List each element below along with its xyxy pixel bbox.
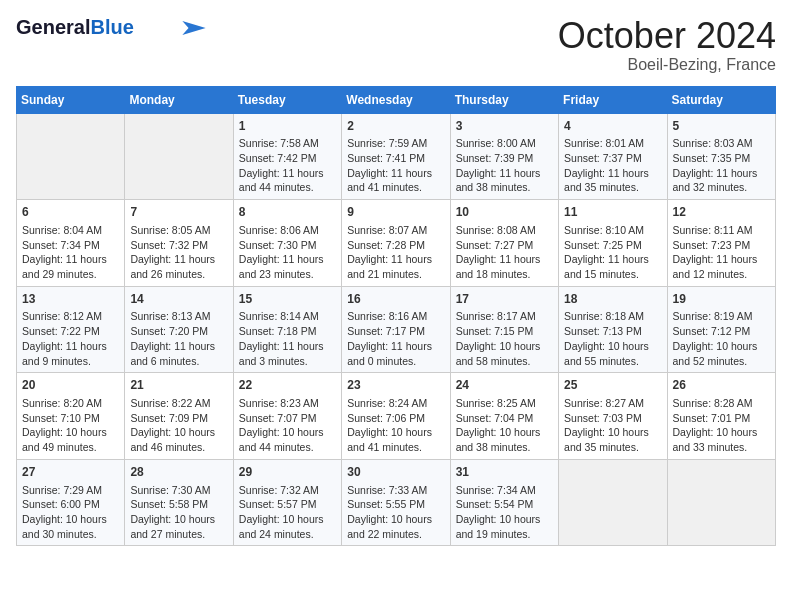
day-info: Sunrise: 8:23 AM Sunset: 7:07 PM Dayligh… bbox=[239, 396, 336, 455]
calendar-cell: 6Sunrise: 8:04 AM Sunset: 7:34 PM Daylig… bbox=[17, 200, 125, 287]
calendar-cell: 23Sunrise: 8:24 AM Sunset: 7:06 PM Dayli… bbox=[342, 373, 450, 460]
calendar-cell: 14Sunrise: 8:13 AM Sunset: 7:20 PM Dayli… bbox=[125, 286, 233, 373]
day-info: Sunrise: 8:11 AM Sunset: 7:23 PM Dayligh… bbox=[673, 223, 770, 282]
day-info: Sunrise: 7:58 AM Sunset: 7:42 PM Dayligh… bbox=[239, 136, 336, 195]
calendar-cell: 15Sunrise: 8:14 AM Sunset: 7:18 PM Dayli… bbox=[233, 286, 341, 373]
col-header-monday: Monday bbox=[125, 86, 233, 113]
page-header: GeneralBlue October 2024 Boeil-Bezing, F… bbox=[16, 16, 776, 74]
col-header-wednesday: Wednesday bbox=[342, 86, 450, 113]
day-info: Sunrise: 8:18 AM Sunset: 7:13 PM Dayligh… bbox=[564, 309, 661, 368]
calendar-week-1: 1Sunrise: 7:58 AM Sunset: 7:42 PM Daylig… bbox=[17, 113, 776, 200]
calendar-week-5: 27Sunrise: 7:29 AM Sunset: 6:00 PM Dayli… bbox=[17, 459, 776, 546]
day-info: Sunrise: 7:29 AM Sunset: 6:00 PM Dayligh… bbox=[22, 483, 119, 542]
day-number: 18 bbox=[564, 291, 661, 308]
calendar-week-4: 20Sunrise: 8:20 AM Sunset: 7:10 PM Dayli… bbox=[17, 373, 776, 460]
day-number: 30 bbox=[347, 464, 444, 481]
calendar-cell: 20Sunrise: 8:20 AM Sunset: 7:10 PM Dayli… bbox=[17, 373, 125, 460]
calendar-cell: 5Sunrise: 8:03 AM Sunset: 7:35 PM Daylig… bbox=[667, 113, 775, 200]
calendar-cell: 17Sunrise: 8:17 AM Sunset: 7:15 PM Dayli… bbox=[450, 286, 558, 373]
day-info: Sunrise: 8:22 AM Sunset: 7:09 PM Dayligh… bbox=[130, 396, 227, 455]
calendar-cell: 26Sunrise: 8:28 AM Sunset: 7:01 PM Dayli… bbox=[667, 373, 775, 460]
day-number: 23 bbox=[347, 377, 444, 394]
day-info: Sunrise: 8:12 AM Sunset: 7:22 PM Dayligh… bbox=[22, 309, 119, 368]
day-number: 16 bbox=[347, 291, 444, 308]
day-info: Sunrise: 8:08 AM Sunset: 7:27 PM Dayligh… bbox=[456, 223, 553, 282]
month-title: October 2024 bbox=[558, 16, 776, 56]
calendar-cell: 3Sunrise: 8:00 AM Sunset: 7:39 PM Daylig… bbox=[450, 113, 558, 200]
calendar-cell: 19Sunrise: 8:19 AM Sunset: 7:12 PM Dayli… bbox=[667, 286, 775, 373]
col-header-thursday: Thursday bbox=[450, 86, 558, 113]
day-info: Sunrise: 7:33 AM Sunset: 5:55 PM Dayligh… bbox=[347, 483, 444, 542]
calendar-header: SundayMondayTuesdayWednesdayThursdayFrid… bbox=[17, 86, 776, 113]
location: Boeil-Bezing, France bbox=[558, 56, 776, 74]
day-number: 25 bbox=[564, 377, 661, 394]
day-number: 14 bbox=[130, 291, 227, 308]
col-header-friday: Friday bbox=[559, 86, 667, 113]
day-info: Sunrise: 8:04 AM Sunset: 7:34 PM Dayligh… bbox=[22, 223, 119, 282]
day-info: Sunrise: 8:14 AM Sunset: 7:18 PM Dayligh… bbox=[239, 309, 336, 368]
day-number: 4 bbox=[564, 118, 661, 135]
day-number: 10 bbox=[456, 204, 553, 221]
day-info: Sunrise: 8:24 AM Sunset: 7:06 PM Dayligh… bbox=[347, 396, 444, 455]
calendar-cell: 2Sunrise: 7:59 AM Sunset: 7:41 PM Daylig… bbox=[342, 113, 450, 200]
day-info: Sunrise: 8:03 AM Sunset: 7:35 PM Dayligh… bbox=[673, 136, 770, 195]
day-number: 19 bbox=[673, 291, 770, 308]
day-number: 1 bbox=[239, 118, 336, 135]
day-number: 15 bbox=[239, 291, 336, 308]
day-info: Sunrise: 8:20 AM Sunset: 7:10 PM Dayligh… bbox=[22, 396, 119, 455]
calendar-cell: 12Sunrise: 8:11 AM Sunset: 7:23 PM Dayli… bbox=[667, 200, 775, 287]
calendar-cell: 10Sunrise: 8:08 AM Sunset: 7:27 PM Dayli… bbox=[450, 200, 558, 287]
calendar-cell: 31Sunrise: 7:34 AM Sunset: 5:54 PM Dayli… bbox=[450, 459, 558, 546]
day-number: 26 bbox=[673, 377, 770, 394]
calendar-cell: 9Sunrise: 8:07 AM Sunset: 7:28 PM Daylig… bbox=[342, 200, 450, 287]
calendar-cell: 27Sunrise: 7:29 AM Sunset: 6:00 PM Dayli… bbox=[17, 459, 125, 546]
title-block: October 2024 Boeil-Bezing, France bbox=[558, 16, 776, 74]
calendar-cell: 21Sunrise: 8:22 AM Sunset: 7:09 PM Dayli… bbox=[125, 373, 233, 460]
day-info: Sunrise: 8:25 AM Sunset: 7:04 PM Dayligh… bbox=[456, 396, 553, 455]
calendar-cell: 29Sunrise: 7:32 AM Sunset: 5:57 PM Dayli… bbox=[233, 459, 341, 546]
calendar-cell: 11Sunrise: 8:10 AM Sunset: 7:25 PM Dayli… bbox=[559, 200, 667, 287]
day-info: Sunrise: 7:59 AM Sunset: 7:41 PM Dayligh… bbox=[347, 136, 444, 195]
day-info: Sunrise: 8:28 AM Sunset: 7:01 PM Dayligh… bbox=[673, 396, 770, 455]
day-info: Sunrise: 7:32 AM Sunset: 5:57 PM Dayligh… bbox=[239, 483, 336, 542]
day-info: Sunrise: 8:19 AM Sunset: 7:12 PM Dayligh… bbox=[673, 309, 770, 368]
day-info: Sunrise: 8:13 AM Sunset: 7:20 PM Dayligh… bbox=[130, 309, 227, 368]
col-header-sunday: Sunday bbox=[17, 86, 125, 113]
calendar-cell bbox=[667, 459, 775, 546]
col-header-saturday: Saturday bbox=[667, 86, 775, 113]
day-info: Sunrise: 8:00 AM Sunset: 7:39 PM Dayligh… bbox=[456, 136, 553, 195]
day-number: 28 bbox=[130, 464, 227, 481]
calendar-cell bbox=[17, 113, 125, 200]
calendar-cell: 16Sunrise: 8:16 AM Sunset: 7:17 PM Dayli… bbox=[342, 286, 450, 373]
day-number: 13 bbox=[22, 291, 119, 308]
calendar-cell bbox=[559, 459, 667, 546]
calendar-cell: 7Sunrise: 8:05 AM Sunset: 7:32 PM Daylig… bbox=[125, 200, 233, 287]
calendar-cell: 1Sunrise: 7:58 AM Sunset: 7:42 PM Daylig… bbox=[233, 113, 341, 200]
day-number: 5 bbox=[673, 118, 770, 135]
day-number: 12 bbox=[673, 204, 770, 221]
day-number: 27 bbox=[22, 464, 119, 481]
day-number: 29 bbox=[239, 464, 336, 481]
col-header-tuesday: Tuesday bbox=[233, 86, 341, 113]
day-number: 9 bbox=[347, 204, 444, 221]
calendar-cell: 30Sunrise: 7:33 AM Sunset: 5:55 PM Dayli… bbox=[342, 459, 450, 546]
day-info: Sunrise: 7:30 AM Sunset: 5:58 PM Dayligh… bbox=[130, 483, 227, 542]
day-info: Sunrise: 8:05 AM Sunset: 7:32 PM Dayligh… bbox=[130, 223, 227, 282]
day-info: Sunrise: 8:17 AM Sunset: 7:15 PM Dayligh… bbox=[456, 309, 553, 368]
logo: GeneralBlue bbox=[16, 16, 206, 39]
day-number: 6 bbox=[22, 204, 119, 221]
calendar-cell: 24Sunrise: 8:25 AM Sunset: 7:04 PM Dayli… bbox=[450, 373, 558, 460]
day-info: Sunrise: 8:01 AM Sunset: 7:37 PM Dayligh… bbox=[564, 136, 661, 195]
day-info: Sunrise: 8:16 AM Sunset: 7:17 PM Dayligh… bbox=[347, 309, 444, 368]
day-number: 20 bbox=[22, 377, 119, 394]
day-info: Sunrise: 8:07 AM Sunset: 7:28 PM Dayligh… bbox=[347, 223, 444, 282]
calendar-week-3: 13Sunrise: 8:12 AM Sunset: 7:22 PM Dayli… bbox=[17, 286, 776, 373]
day-info: Sunrise: 8:10 AM Sunset: 7:25 PM Dayligh… bbox=[564, 223, 661, 282]
calendar-cell: 13Sunrise: 8:12 AM Sunset: 7:22 PM Dayli… bbox=[17, 286, 125, 373]
calendar-cell: 28Sunrise: 7:30 AM Sunset: 5:58 PM Dayli… bbox=[125, 459, 233, 546]
day-info: Sunrise: 8:06 AM Sunset: 7:30 PM Dayligh… bbox=[239, 223, 336, 282]
day-number: 3 bbox=[456, 118, 553, 135]
day-number: 17 bbox=[456, 291, 553, 308]
day-number: 31 bbox=[456, 464, 553, 481]
calendar-cell bbox=[125, 113, 233, 200]
